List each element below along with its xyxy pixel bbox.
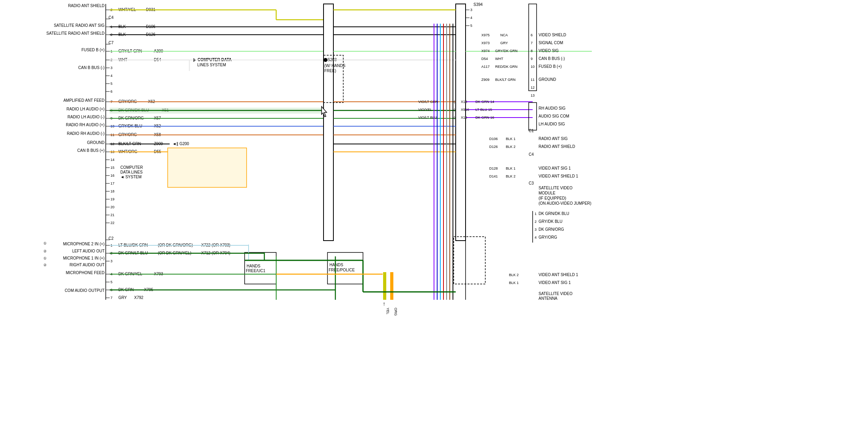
- svg-text:12: 12: [531, 86, 535, 90]
- d106-r-label: D106: [489, 137, 498, 141]
- x975-label: X975: [481, 33, 490, 37]
- cc-symbol3: ((: [454, 116, 456, 120]
- dkgrn-16-label: DK GRN 16: [475, 116, 494, 120]
- computer-data-label2: COMPUTER: [120, 165, 143, 170]
- sat-video-jumper-label: (ON AUDIO-VIDEO JUMPER): [539, 201, 591, 206]
- radio-rh-pos-label: RADIO RH AUDIO (+): [66, 123, 105, 127]
- svg-text:17: 17: [110, 181, 114, 185]
- circle-1-left: ①: [43, 241, 47, 245]
- up-arrow: ↑: [383, 301, 385, 307]
- audio-sig-com-label: AUDIO SIG COM: [539, 114, 569, 118]
- svg-text:10: 10: [531, 65, 535, 69]
- ltblu-15-label: LT BLU 15: [475, 108, 492, 112]
- svg-point-70: [324, 58, 327, 62]
- a117-label: A117: [481, 65, 490, 69]
- computer-data-lines: LINES SYSTEM: [197, 63, 226, 67]
- circle-1-mic1: ①: [43, 256, 47, 260]
- can-b-bus-neg-r-label: CAN B BUS (-): [539, 56, 565, 61]
- z909-label: Z909: [481, 78, 490, 82]
- svg-text:4: 4: [110, 74, 112, 78]
- sat-video-module-label3: (IF EQUIPPED): [539, 196, 566, 200]
- radio-rh-neg-label: RADIO RH AUDIO (-): [67, 131, 105, 136]
- blk-1-d128-label: BLK 1: [506, 166, 516, 170]
- svg-text:9: 9: [531, 57, 533, 61]
- vio-yel-label: VIO/YEL: [418, 108, 432, 112]
- svg-text:5: 5: [110, 82, 112, 86]
- vio-ltgrn-label: VIO/LT GRN: [418, 100, 438, 104]
- svg-text:3: 3: [110, 66, 112, 70]
- svg-text:18: 18: [110, 189, 114, 193]
- radio-ant-label: RADIO ANT SHIELD: [68, 4, 105, 8]
- svg-text:6: 6: [110, 90, 112, 93]
- com-audio-label: COM AUDIO OUTPUT: [65, 288, 105, 293]
- svg-text:3: 3: [470, 8, 472, 12]
- svg-text:16: 16: [110, 174, 114, 178]
- svg-text:7: 7: [110, 296, 112, 300]
- left-audio-out-label: LEFT AUDIO OUT: [72, 249, 105, 253]
- fused-b-pos-label: FUSED B (+): [81, 48, 105, 52]
- d141-label: D141: [489, 174, 498, 178]
- c3-label: C3: [529, 181, 534, 185]
- video-ant-shield1-b-label: VIDEO ANT SHIELD 1: [539, 273, 578, 277]
- mic2-in-label: MICROPHONE 2 IN (+): [63, 242, 105, 246]
- svg-text:1: 1: [535, 212, 537, 216]
- x18-label: X18: [461, 100, 467, 104]
- gry-dkgrn-8-label: GRY/DK GRN: [495, 49, 518, 53]
- svg-text:5: 5: [470, 24, 472, 28]
- s203-detail: (W/ HANDS: [324, 64, 346, 68]
- svg-text:11: 11: [531, 78, 535, 82]
- gry-7-label: GRY: [500, 41, 508, 45]
- ground-r-label: GROUND: [539, 77, 556, 82]
- sat-video-module-label: SATELLITE VIDEO: [539, 186, 572, 190]
- svg-text:3: 3: [535, 228, 537, 232]
- blk-2-d141-label: BLK 2: [506, 174, 516, 178]
- blk-2-r-label: BLK 2: [506, 145, 516, 149]
- signal-com-label: SIGNAL COM: [539, 41, 563, 45]
- nca-label: NCA: [500, 33, 508, 37]
- svg-text:2: 2: [535, 220, 537, 224]
- gry-org-r-label: GRY/ORG: [539, 235, 557, 239]
- svg-text:20: 20: [110, 205, 114, 209]
- mic1-in-label: MICROPHONE 1 IN (+): [63, 256, 105, 260]
- d128-label: D128: [489, 166, 498, 170]
- svg-text:14: 14: [110, 158, 114, 162]
- yel-vertical-label: YEL: [386, 308, 390, 314]
- c1-label: C1: [529, 129, 534, 133]
- radio-ant-sig-r-label: RADIO ANT SIG: [539, 136, 568, 141]
- d54-r-label: D54: [481, 57, 488, 61]
- blk-2-video-label: BLK 2: [509, 273, 519, 277]
- hands-free-policeb: FREE/POLICE: [329, 268, 355, 272]
- x19-label: X19: [461, 116, 467, 120]
- amp-ant-label: AMPLIFIED ANT FEED: [64, 98, 105, 103]
- gry-dkblu-r-label: GRY/DK BLU: [539, 219, 562, 224]
- circle-2-left-audio: ②: [43, 249, 47, 253]
- cc-symbol2: ((: [454, 108, 456, 112]
- svg-text:8: 8: [531, 49, 533, 53]
- x973-label: X973: [481, 41, 490, 45]
- wiring-diagram: RADIO ANT SHIELD SATELLITE RADIO ANT SIG…: [0, 0, 868, 426]
- x916-label: X916: [461, 108, 469, 112]
- lh-audio-sig-label: LH AUDIO SIG: [539, 122, 565, 126]
- wire-gry-x792: GRY: [118, 295, 127, 300]
- x974-label: X974: [481, 49, 490, 53]
- dkgrn-14-label: DK GRN 14: [475, 100, 494, 104]
- ground-label: GROUND: [87, 140, 105, 145]
- right-audio-out-label: RIGHT AUDIO OUT: [69, 263, 105, 267]
- id-x792: X792: [134, 295, 144, 300]
- fused-b-pos-r-label: FUSED B (+): [539, 64, 562, 69]
- sat-video-ant-label2: ANTENNA: [539, 296, 557, 301]
- org-vertical-label: ORG: [394, 308, 398, 316]
- mic-feed-label: MICROPHONE FEED: [66, 271, 105, 275]
- svg-rect-148: [168, 148, 247, 187]
- svg-text:3: 3: [110, 259, 112, 263]
- blk-1-video-label: BLK 1: [509, 281, 519, 285]
- blk-ltgrn-11-label: BLK/LT GRN: [495, 78, 516, 82]
- svg-text:22: 22: [110, 221, 114, 225]
- wht-9-label: WHT: [495, 57, 503, 61]
- red-dkgrn-10-label: RED/DK GRN: [495, 65, 518, 69]
- sat-video-module-label2: MODULE: [539, 191, 556, 195]
- circle-2-right-audio: ②: [43, 263, 47, 267]
- dkgrn-org-r-label: DK GRN/ORG: [539, 227, 564, 232]
- video-shield-label: VIDEO SHIELD: [539, 33, 566, 37]
- radio-ant-shield-r-label: RADIO ANT SHIELD: [539, 144, 575, 149]
